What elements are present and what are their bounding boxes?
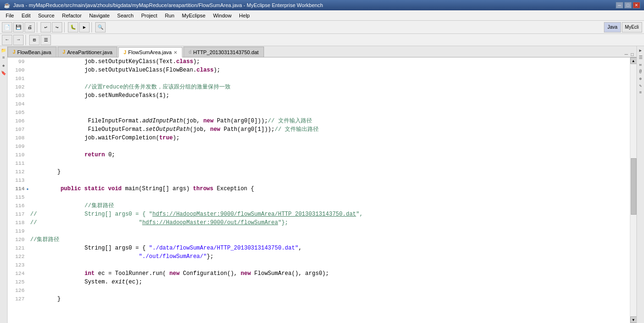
menu-refactor[interactable]: Refactor — [58, 12, 86, 19]
hierarchy-button[interactable]: ⊞ — [29, 35, 40, 45]
tab-icon-areapartitioner: J — [63, 49, 66, 55]
table-row: 103 job.setNumReduceTasks(1); — [8, 91, 630, 100]
table-row: 109 — [8, 142, 630, 151]
menu-edit[interactable]: Edit — [18, 12, 34, 19]
right-icon-add[interactable]: ⊕ — [637, 75, 644, 82]
table-row: 110 return 0; — [8, 151, 630, 159]
line-number: 115 — [8, 193, 26, 202]
table-row: 120 //集群路径 — [8, 235, 630, 244]
line-number: 111 — [8, 159, 26, 168]
right-icon-at[interactable]: @ — [637, 68, 644, 75]
table-row: 114 ● public static void main(String[] a… — [8, 185, 630, 193]
java-perspective[interactable]: Java — [604, 22, 620, 32]
code-line — [26, 176, 30, 185]
code-line: job.setOutputKeyClass(Text.class); — [26, 57, 200, 66]
tab-flowsumarea[interactable]: J FlowSumArea.java ✕ — [118, 47, 182, 57]
menu-window[interactable]: Window — [209, 12, 235, 19]
table-row: 122 "./out/flowSumArea/"}; — [8, 252, 630, 261]
scroll-track[interactable] — [630, 64, 637, 316]
menu-myeclipse[interactable]: MyEclipse — [178, 12, 209, 19]
code-line — [26, 142, 30, 151]
right-icon-run[interactable]: ▶ — [637, 47, 644, 54]
maximize-button[interactable]: □ — [624, 2, 632, 8]
menu-navigate[interactable]: Navigate — [85, 12, 113, 19]
tabs-bar: J FlowBean.java J AreaPartitioner.java J… — [8, 46, 636, 57]
tab-label-areapartitioner: AreaPartitioner.java — [67, 49, 112, 55]
right-icon-mail[interactable]: ✉ — [637, 61, 644, 68]
line-number: 125 — [8, 278, 26, 286]
print-button[interactable]: 🖨 — [25, 22, 35, 32]
minimize-button[interactable]: ─ — [616, 2, 623, 8]
tab-areapartitioner[interactable]: J AreaPartitioner.java — [58, 47, 118, 57]
line-number: 109 — [8, 142, 26, 151]
vertical-scrollbar[interactable]: ▲ ▼ — [630, 57, 636, 323]
scroll-down-button[interactable]: ▼ — [630, 316, 637, 323]
forward-button[interactable]: → — [13, 35, 24, 45]
code-line: job.setOutputValueClass(FlowBean.class); — [26, 66, 220, 74]
table-row: 106 FileInputFormat.addInputPath(job, ne… — [8, 117, 630, 125]
sidebar-icon-2[interactable]: ≡ — [0, 55, 7, 61]
debug-button[interactable]: 🐛 — [68, 22, 78, 32]
menu-search[interactable]: Search — [114, 12, 138, 19]
code-line: //集群路径 — [26, 235, 59, 244]
tab-httpdat[interactable]: d HTTP_20130313143750.dat — [183, 47, 264, 57]
editor-container: J FlowBean.java J AreaPartitioner.java J… — [8, 46, 636, 323]
right-icon-list[interactable]: ☰ — [637, 54, 644, 61]
code-line — [26, 261, 30, 269]
menu-run[interactable]: Run — [161, 12, 178, 19]
code-line: public static void main(String[] args) t… — [30, 185, 254, 193]
undo-button[interactable]: ↩ — [41, 22, 51, 32]
save-button[interactable]: 💾 — [13, 22, 24, 32]
line-number: 107 — [8, 125, 26, 134]
sidebar-icon-3[interactable]: ◈ — [0, 62, 7, 69]
myeclipse-button[interactable]: MyEcli — [622, 22, 642, 32]
table-row: 121 String[] args0 = { "./data/flowSumAr… — [8, 244, 630, 252]
right-icon-edit[interactable]: ✎ — [637, 82, 644, 89]
line-number: 117 — [8, 210, 26, 218]
table-row: 104 — [8, 100, 630, 108]
code-line: FileInputFormat.addInputPath(job, new Pa… — [26, 117, 312, 125]
close-button[interactable]: ✕ — [633, 2, 640, 8]
sidebar-icon-1[interactable]: 📁 — [0, 47, 7, 54]
sidebar-icon-4[interactable]: 🔖 — [0, 70, 7, 76]
code-line — [26, 108, 30, 117]
menubar: File Edit Source Refactor Navigate Searc… — [0, 10, 644, 21]
new-button[interactable]: 📄 — [2, 22, 12, 32]
tabs-maximize-button[interactable]: □ — [630, 52, 635, 57]
code-line — [26, 159, 30, 168]
scroll-up-button[interactable]: ▲ — [630, 57, 637, 64]
line-number: 99 — [8, 57, 26, 66]
code-line: return 0; — [26, 151, 115, 159]
menu-source[interactable]: Source — [34, 12, 58, 19]
right-icon-menu[interactable]: ≡ — [637, 89, 644, 96]
menu-project[interactable]: Project — [137, 12, 161, 19]
line-number: 110 — [8, 151, 26, 159]
tab-label-httpdat: HTTP_20130313143750.dat — [193, 49, 259, 55]
line-number: 114 — [8, 185, 26, 193]
redo-button[interactable]: ↪ — [52, 22, 62, 32]
code-line: "./out/flowSumArea/"}; — [26, 252, 214, 261]
table-row: 100 job.setOutputValueClass(FlowBean.cla… — [8, 66, 630, 74]
code-line — [26, 74, 30, 83]
code-line: job.waitForCompletion(true); — [26, 134, 180, 142]
tabs-minimize-button[interactable]: ─ — [624, 52, 629, 57]
tab-close-flowsumarea[interactable]: ✕ — [173, 50, 177, 55]
line-number: 116 — [8, 202, 26, 210]
back-button[interactable]: ← — [2, 35, 12, 45]
code-editor[interactable]: 99 job.setOutputKeyClass(Text.class); 10… — [8, 57, 636, 323]
tab-flowbean[interactable]: J FlowBean.java — [8, 47, 57, 57]
menu-file[interactable]: File — [2, 12, 18, 19]
main-area: 📁 ≡ ◈ 🔖 J FlowBean.java J AreaPartitione… — [0, 46, 644, 323]
line-number: 123 — [8, 261, 26, 269]
line-number: 124 — [8, 269, 26, 278]
search-button[interactable]: 🔍 — [95, 22, 106, 32]
code-line — [26, 286, 30, 295]
line-number: 106 — [8, 117, 26, 125]
scroll-thumb[interactable] — [631, 158, 636, 215]
line-number: 103 — [8, 91, 26, 100]
run-button[interactable]: ▶ — [79, 22, 90, 32]
outline-button[interactable]: ☰ — [41, 35, 51, 45]
menu-help[interactable]: Help — [235, 12, 254, 19]
table-row: 108 job.waitForCompletion(true); — [8, 134, 630, 142]
line-number: 100 — [8, 66, 26, 74]
